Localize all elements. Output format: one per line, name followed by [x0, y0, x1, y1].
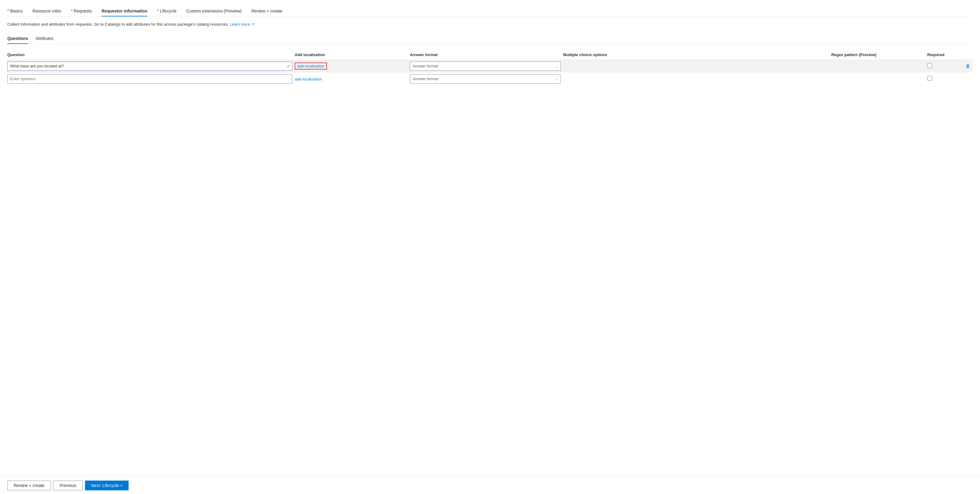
question-input-1[interactable] — [7, 62, 292, 71]
nav-tab-label: Requestor information — [102, 8, 147, 13]
question-input-2[interactable] — [7, 75, 292, 84]
multiple-choice-cell-2 — [563, 73, 831, 85]
multiple-choice-cell-1 — [563, 59, 831, 73]
required-star: * — [71, 8, 74, 13]
nav-tab-review-create[interactable]: Review + create — [251, 6, 282, 16]
answer-format-select-1[interactable]: Answer formatShort answerLong answerMult… — [410, 62, 561, 71]
nav-tab-label: Review + create — [251, 8, 282, 13]
col-header-question: Question — [7, 50, 295, 60]
answer-format-select-2[interactable]: Answer formatShort answerLong answerMult… — [410, 75, 561, 84]
col-header-regex: Regex pattern (Preview) — [831, 50, 927, 60]
table-header-row: Question Add localization Answer format … — [7, 50, 973, 60]
required-star: * — [157, 8, 160, 13]
col-header-required: Required — [927, 50, 966, 60]
col-header-multiple-choice: Multiple choice options — [563, 50, 831, 60]
required-star: * — [7, 8, 10, 13]
checkmark-icon: ✓ — [287, 64, 290, 69]
footer: Review + create Previous Next: Lifecycle… — [0, 476, 980, 494]
nav-tab-label: Lifecycle — [160, 8, 177, 13]
col-header-answer-format: Answer format — [410, 50, 563, 60]
nav-tab-label: Requests — [74, 8, 92, 13]
questions-table: Question Add localization Answer format … — [7, 50, 973, 85]
nav-tab-label: Custom extensions (Preview) — [186, 8, 242, 13]
table-row: add localizationAnswer formatShort answe… — [7, 73, 973, 85]
nav-tab-label: Resource roles — [33, 8, 61, 13]
add-localization-link-1[interactable]: add localization — [295, 62, 327, 70]
regex-cell-1 — [831, 59, 927, 73]
col-header-actions — [966, 50, 973, 60]
external-link-icon: ↗ — [251, 22, 255, 27]
review-create-button[interactable]: Review + create — [7, 481, 51, 490]
col-header-localization: Add localization — [295, 50, 410, 60]
next-lifecycle-button[interactable]: Next: Lifecycle > — [85, 481, 129, 490]
nav-tab-requestor-information[interactable]: Requestor information — [102, 6, 147, 16]
regex-cell-2 — [831, 73, 927, 85]
add-localization-link-2[interactable]: add localization — [295, 77, 322, 81]
delete-icon-1[interactable]: 🗑 — [966, 64, 970, 69]
learn-more-link[interactable]: Learn more ↗ — [230, 22, 255, 27]
previous-button[interactable]: Previous — [53, 481, 83, 490]
required-checkbox-2[interactable] — [927, 76, 932, 81]
nav-tab-resource-roles[interactable]: Resource roles — [33, 6, 61, 16]
page-description: Collect information and attributes from … — [7, 21, 973, 27]
nav-tab-custom-extensions[interactable]: Custom extensions (Preview) — [186, 6, 242, 16]
nav-tab-basics[interactable]: * Basics — [7, 6, 23, 16]
table-row: ✓add localizationAnswer formatShort answ… — [7, 59, 973, 73]
sub-tab-attributes[interactable]: Attributes — [35, 33, 53, 44]
nav-tabs: * BasicsResource roles* RequestsRequesto… — [7, 6, 973, 16]
required-checkbox-1[interactable] — [927, 63, 932, 68]
nav-tab-lifecycle[interactable]: * Lifecycle — [157, 6, 177, 16]
sub-tab-questions[interactable]: Questions — [7, 33, 28, 44]
nav-tab-requests[interactable]: * Requests — [71, 6, 92, 16]
sub-tabs: QuestionsAttributes — [7, 33, 973, 44]
nav-tab-label: Basics — [10, 8, 22, 13]
